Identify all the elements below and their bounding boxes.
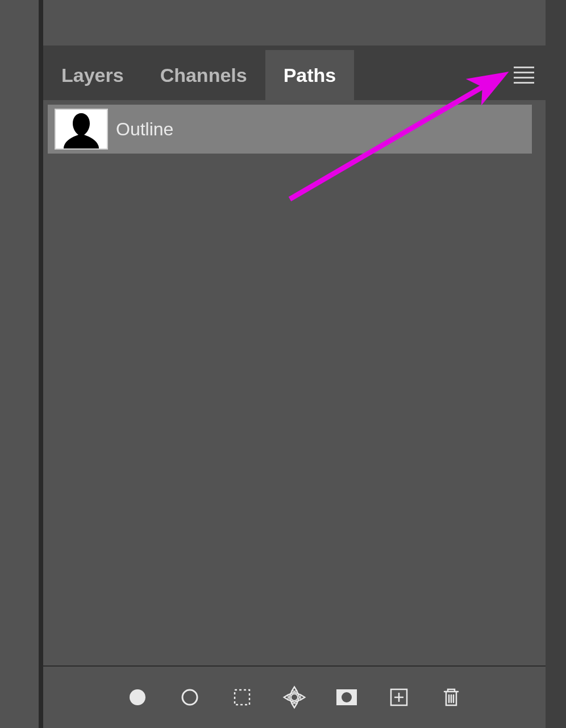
hamburger-bar <box>514 72 534 73</box>
svg-point-4 <box>291 694 298 701</box>
panel-menu-icon[interactable] <box>502 67 546 84</box>
delete-path-icon[interactable] <box>439 685 464 710</box>
svg-point-2 <box>182 690 197 705</box>
path-item[interactable]: Outline <box>48 105 532 154</box>
svg-point-1 <box>130 689 145 705</box>
tab-layers[interactable]: Layers <box>43 50 142 100</box>
right-edge-strip <box>546 0 566 728</box>
panel-tab-bar: Layers Channels Paths <box>43 50 546 100</box>
thumbnail-image <box>56 110 107 148</box>
path-list: Outline <box>43 100 546 665</box>
upper-panel-fragment <box>43 0 546 46</box>
tab-channels[interactable]: Channels <box>142 50 265 100</box>
add-mask-icon[interactable] <box>334 685 359 710</box>
hamburger-bar <box>514 82 534 84</box>
left-divider <box>39 0 43 728</box>
path-label: Outline <box>116 119 173 140</box>
path-thumbnail <box>55 109 108 150</box>
tab-paths[interactable]: Paths <box>265 50 355 100</box>
vector-mask-icon[interactable] <box>282 685 307 710</box>
new-path-icon[interactable] <box>386 685 411 710</box>
paths-panel: Layers Channels Paths Outline <box>43 50 546 728</box>
svg-rect-3 <box>235 690 249 705</box>
panel-bottom-toolbar <box>43 665 546 728</box>
hamburger-bar <box>514 77 534 78</box>
fill-path-icon[interactable] <box>125 685 150 710</box>
silhouette-icon <box>56 110 107 148</box>
load-selection-icon[interactable] <box>230 685 255 710</box>
svg-point-10 <box>342 692 352 702</box>
stroke-path-icon[interactable] <box>177 685 202 710</box>
hamburger-bar <box>514 67 534 68</box>
left-sidebar-strip <box>0 0 39 728</box>
